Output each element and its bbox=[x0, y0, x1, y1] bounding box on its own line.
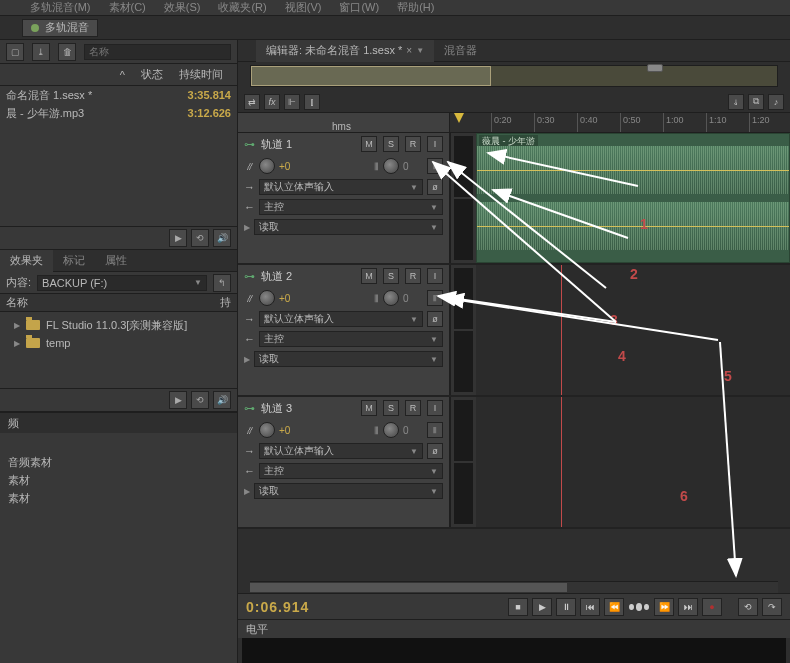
monitor-input-button[interactable]: I bbox=[427, 268, 443, 284]
output-select[interactable]: 主控▼ bbox=[259, 463, 443, 479]
stereo-icon[interactable]: ⦀ bbox=[427, 422, 443, 438]
import-icon[interactable]: ⤓ bbox=[32, 43, 50, 61]
automation-select[interactable]: 读取▼ bbox=[254, 219, 443, 235]
track-name[interactable]: 轨道 3 bbox=[261, 401, 355, 416]
track-name[interactable]: 轨道 2 bbox=[261, 269, 355, 284]
gain-knob[interactable] bbox=[259, 290, 275, 306]
tab-properties[interactable]: 属性 bbox=[95, 250, 137, 272]
expand-icon[interactable]: ▶ bbox=[244, 223, 250, 232]
phase-icon[interactable]: ø bbox=[427, 443, 443, 459]
fast-forward-button[interactable]: ⏩ bbox=[654, 598, 674, 616]
menu-item[interactable]: 视图(V) bbox=[285, 0, 322, 15]
automation-select[interactable]: 读取▼ bbox=[254, 351, 443, 367]
pan-knob[interactable] bbox=[383, 422, 399, 438]
arm-record-button[interactable]: R bbox=[405, 400, 421, 416]
expand-icon[interactable]: ▶ bbox=[244, 355, 250, 364]
menu-item[interactable]: 效果(S) bbox=[164, 0, 201, 15]
tab-editor[interactable]: 编辑器: 未命名混音 1.sesx * × ▼ bbox=[256, 40, 434, 62]
mute-button[interactable]: M bbox=[361, 400, 377, 416]
stereo-icon[interactable]: ⦀ bbox=[427, 290, 443, 306]
workspace-tab[interactable]: 多轨混音 bbox=[22, 19, 98, 37]
fx-icon[interactable]: fx bbox=[264, 94, 280, 110]
input-select[interactable]: 默认立体声输入▼ bbox=[259, 443, 423, 459]
pan-knob[interactable] bbox=[383, 158, 399, 174]
timecode[interactable]: 0:06.914 bbox=[246, 599, 309, 615]
asset-row[interactable]: 音频素材 bbox=[0, 453, 237, 471]
gain-knob[interactable] bbox=[259, 422, 275, 438]
expand-icon[interactable]: ▶ bbox=[244, 487, 250, 496]
expand-icon[interactable]: ▶ bbox=[14, 339, 20, 348]
scrollbar-thumb[interactable] bbox=[250, 583, 567, 592]
arm-record-button[interactable]: R bbox=[405, 268, 421, 284]
overview-viewport[interactable] bbox=[251, 66, 491, 86]
menu-item[interactable]: 窗口(W) bbox=[339, 0, 379, 15]
bottom-tab-audio[interactable]: 频 bbox=[0, 413, 237, 433]
audio-clip[interactable]: 薇晨 - 少年游 bbox=[476, 133, 790, 263]
solo-button[interactable]: S bbox=[383, 400, 399, 416]
stop-button[interactable]: ■ bbox=[508, 598, 528, 616]
track-name[interactable]: 轨道 1 bbox=[261, 137, 355, 152]
go-start-button[interactable]: ⏮ bbox=[580, 598, 600, 616]
file-row[interactable]: 命名混音 1.sesx * 3:35.814 bbox=[0, 86, 237, 104]
menu-item[interactable]: 素材(C) bbox=[109, 0, 146, 15]
mute-button[interactable]: M bbox=[361, 136, 377, 152]
envelope-line[interactable] bbox=[477, 226, 789, 227]
playhead-icon[interactable] bbox=[454, 113, 464, 123]
ruler-unit[interactable]: hms bbox=[238, 113, 450, 132]
overview-scrubber[interactable] bbox=[647, 64, 663, 72]
tab-markers[interactable]: 标记 bbox=[53, 250, 95, 272]
overview-strip[interactable] bbox=[250, 65, 778, 87]
toggle-icon[interactable]: ⇄ bbox=[244, 94, 260, 110]
file-row[interactable]: 晨 - 少年游.mp3 3:12.626 bbox=[0, 104, 237, 122]
snap-icon[interactable]: ⫰ bbox=[728, 94, 744, 110]
ruler-ticks[interactable]: 0:20 0:30 0:40 0:50 1:00 1:10 1:20 bbox=[450, 113, 790, 132]
loop-icon[interactable]: ⟲ bbox=[191, 229, 209, 247]
file-icon[interactable]: ▢ bbox=[6, 43, 24, 61]
metronome-icon[interactable]: ♪ bbox=[768, 94, 784, 110]
tab-mixer[interactable]: 混音器 bbox=[434, 40, 487, 62]
pause-button[interactable]: ⏸ bbox=[556, 598, 576, 616]
record-button[interactable]: ● bbox=[702, 598, 722, 616]
output-select[interactable]: 主控▼ bbox=[259, 199, 443, 215]
tree-col-hold[interactable]: 持 bbox=[205, 295, 231, 310]
col-status[interactable]: 状态 bbox=[133, 67, 171, 82]
backup-select[interactable]: BACKUP (F:) ▼ bbox=[37, 275, 207, 291]
asset-row[interactable]: 素材 bbox=[0, 489, 237, 507]
mute-button[interactable]: M bbox=[361, 268, 377, 284]
stereo-icon[interactable]: ⦀ bbox=[427, 158, 443, 174]
loop-icon[interactable]: ⟲ bbox=[191, 391, 209, 409]
close-icon[interactable]: × bbox=[406, 45, 412, 56]
go-end-button[interactable]: ⏭ bbox=[678, 598, 698, 616]
tree-row[interactable]: ▶ FL Studio 11.0.3[亲测兼容版] bbox=[0, 316, 237, 334]
phase-icon[interactable]: ø bbox=[427, 179, 443, 195]
play-button[interactable]: ▶ bbox=[532, 598, 552, 616]
envelope-line[interactable] bbox=[477, 170, 789, 171]
play-icon[interactable]: ▶ bbox=[169, 391, 187, 409]
menu-item[interactable]: 收藏夹(R) bbox=[218, 0, 266, 15]
arm-record-button[interactable]: R bbox=[405, 136, 421, 152]
ripple-icon[interactable]: ⧉ bbox=[748, 94, 764, 110]
loop-button[interactable]: ⟲ bbox=[738, 598, 758, 616]
tree-row[interactable]: ▶ temp bbox=[0, 334, 237, 352]
solo-button[interactable]: S bbox=[383, 136, 399, 152]
eq-icon[interactable]: ⫿ bbox=[304, 94, 320, 110]
col-duration[interactable]: 持续时间 bbox=[171, 67, 231, 82]
skip-button[interactable]: ↷ bbox=[762, 598, 782, 616]
track-lane[interactable] bbox=[476, 397, 790, 527]
monitor-input-button[interactable]: I bbox=[427, 400, 443, 416]
rewind-button[interactable]: ⏪ bbox=[604, 598, 624, 616]
menu-item[interactable]: 帮助(H) bbox=[397, 0, 434, 15]
automation-select[interactable]: 读取▼ bbox=[254, 483, 443, 499]
up-folder-icon[interactable]: ↰ bbox=[213, 274, 231, 292]
play-icon[interactable]: ▶ bbox=[169, 229, 187, 247]
menu-item[interactable]: 多轨混音(M) bbox=[30, 0, 91, 15]
output-select[interactable]: 主控▼ bbox=[259, 331, 443, 347]
search-input[interactable] bbox=[84, 44, 231, 60]
autoplay-icon[interactable]: 🔊 bbox=[213, 229, 231, 247]
tab-effects[interactable]: 效果夹 bbox=[0, 250, 53, 272]
pan-knob[interactable] bbox=[383, 290, 399, 306]
input-select[interactable]: 默认立体声输入▼ bbox=[259, 311, 423, 327]
level-tab[interactable]: 电平 bbox=[238, 620, 790, 638]
shuttle-knob[interactable] bbox=[628, 600, 650, 614]
monitor-input-button[interactable]: I bbox=[427, 136, 443, 152]
